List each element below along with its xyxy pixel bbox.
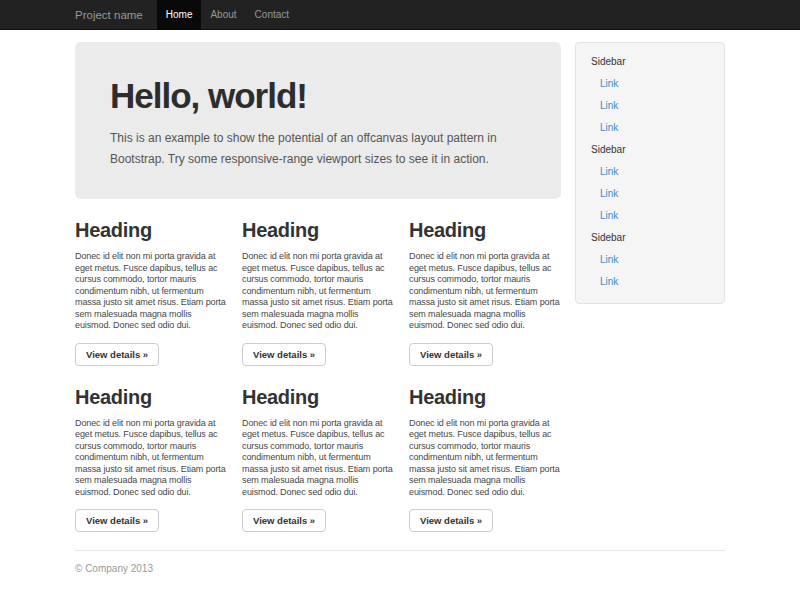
sidebar: Sidebar Link Link Link Sidebar Link Link… bbox=[575, 42, 725, 304]
card: Heading Donec id elit non mi porta gravi… bbox=[75, 205, 227, 366]
cards-row-2: Heading Donec id elit non mi porta gravi… bbox=[75, 372, 561, 533]
sidebar-link[interactable]: Link bbox=[591, 205, 709, 227]
sidebar-group-2: Sidebar Link Link Link bbox=[591, 139, 709, 227]
sidebar-link[interactable]: Link bbox=[591, 271, 709, 293]
footer: © Company 2013 bbox=[75, 550, 725, 574]
card: Heading Donec id elit non mi porta gravi… bbox=[242, 372, 394, 533]
view-details-button[interactable]: View details » bbox=[409, 343, 493, 366]
footer-divider bbox=[75, 550, 725, 551]
navbar: Project name Home About Contact bbox=[0, 0, 800, 30]
nav-item-about[interactable]: About bbox=[201, 0, 245, 30]
sidebar-link[interactable]: Link bbox=[591, 249, 709, 271]
view-details-button[interactable]: View details » bbox=[75, 509, 159, 532]
copyright-text: © Company 2013 bbox=[75, 563, 725, 574]
card-heading: Heading bbox=[409, 386, 561, 409]
card-heading: Heading bbox=[242, 386, 394, 409]
sidebar-group-1: Sidebar Link Link Link bbox=[591, 51, 709, 139]
navbar-brand[interactable]: Project name bbox=[75, 0, 143, 30]
view-details-button[interactable]: View details » bbox=[242, 343, 326, 366]
card-body-text: Donec id elit non mi porta gravida at eg… bbox=[409, 418, 561, 499]
page-container: Hello, world! This is an example to show… bbox=[60, 30, 740, 574]
card-heading: Heading bbox=[75, 386, 227, 409]
card: Heading Donec id elit non mi porta gravi… bbox=[75, 372, 227, 533]
jumbotron: Hello, world! This is an example to show… bbox=[75, 42, 561, 199]
sidebar-link[interactable]: Link bbox=[591, 183, 709, 205]
sidebar-group-3: Sidebar Link Link bbox=[591, 227, 709, 293]
sidebar-link[interactable]: Link bbox=[591, 95, 709, 117]
sidebar-group-title: Sidebar bbox=[591, 227, 709, 249]
card: Heading Donec id elit non mi porta gravi… bbox=[242, 205, 394, 366]
view-details-button[interactable]: View details » bbox=[409, 509, 493, 532]
main-content: Hello, world! This is an example to show… bbox=[75, 42, 561, 532]
nav-item-home[interactable]: Home bbox=[157, 0, 202, 30]
card: Heading Donec id elit non mi porta gravi… bbox=[409, 372, 561, 533]
card-body-text: Donec id elit non mi porta gravida at eg… bbox=[409, 251, 561, 332]
card: Heading Donec id elit non mi porta gravi… bbox=[409, 205, 561, 366]
card-body-text: Donec id elit non mi porta gravida at eg… bbox=[75, 251, 227, 332]
card-heading: Heading bbox=[242, 219, 394, 242]
card-body-text: Donec id elit non mi porta gravida at eg… bbox=[242, 418, 394, 499]
view-details-button[interactable]: View details » bbox=[75, 343, 159, 366]
content-row: Hello, world! This is an example to show… bbox=[75, 30, 725, 532]
sidebar-link[interactable]: Link bbox=[591, 73, 709, 95]
sidebar-group-title: Sidebar bbox=[591, 139, 709, 161]
page-title: Hello, world! bbox=[110, 76, 526, 116]
card-body-text: Donec id elit non mi porta gravida at eg… bbox=[75, 418, 227, 499]
card-heading: Heading bbox=[409, 219, 561, 242]
view-details-button[interactable]: View details » bbox=[242, 509, 326, 532]
navbar-container: Project name Home About Contact bbox=[60, 0, 740, 30]
cards-row-1: Heading Donec id elit non mi porta gravi… bbox=[75, 205, 561, 366]
card-body-text: Donec id elit non mi porta gravida at eg… bbox=[242, 251, 394, 332]
jumbotron-text: This is an example to show the potential… bbox=[110, 128, 526, 169]
card-heading: Heading bbox=[75, 219, 227, 242]
sidebar-group-title: Sidebar bbox=[591, 51, 709, 73]
sidebar-link[interactable]: Link bbox=[591, 161, 709, 183]
nav-item-contact[interactable]: Contact bbox=[246, 0, 298, 30]
sidebar-link[interactable]: Link bbox=[591, 117, 709, 139]
